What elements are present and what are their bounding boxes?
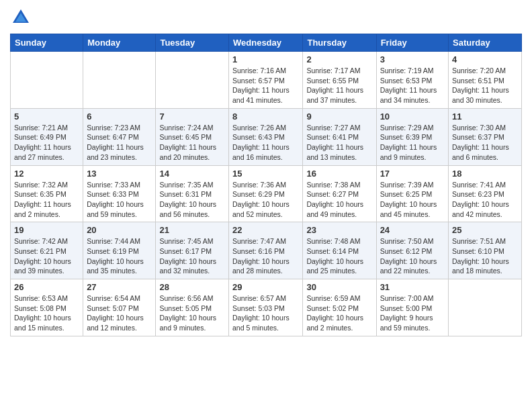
calendar-cell: 9Sunrise: 7:27 AM Sunset: 6:41 PM Daylig… [303,108,376,165]
day-info: Sunrise: 6:56 AM Sunset: 5:05 PM Dayligh… [159,293,225,333]
day-number: 8 [232,111,299,122]
calendar-cell: 11Sunrise: 7:30 AM Sunset: 6:37 PM Dayli… [449,108,522,165]
calendar-cell: 18Sunrise: 7:41 AM Sunset: 6:23 PM Dayli… [449,165,522,222]
day-header-wednesday: Wednesday [229,34,303,52]
calendar-week-row: 26Sunrise: 6:53 AM Sunset: 5:08 PM Dayli… [11,279,522,336]
day-info: Sunrise: 7:33 AM Sunset: 6:33 PM Dayligh… [87,180,152,220]
day-number: 14 [159,169,225,179]
day-number: 16 [306,169,372,179]
day-info: Sunrise: 7:29 AM Sunset: 6:39 PM Dayligh… [380,123,445,163]
calendar-cell: 10Sunrise: 7:29 AM Sunset: 6:39 PM Dayli… [376,108,448,165]
day-number: 18 [452,169,518,179]
day-info: Sunrise: 6:53 AM Sunset: 5:08 PM Dayligh… [14,293,79,333]
day-info: Sunrise: 7:21 AM Sunset: 6:49 PM Dayligh… [14,123,79,163]
day-number: 31 [380,282,445,292]
calendar-cell: 17Sunrise: 7:39 AM Sunset: 6:25 PM Dayli… [376,165,448,222]
calendar-cell [83,52,156,109]
day-number: 20 [87,225,152,235]
day-number: 4 [452,54,518,64]
calendar-cell: 19Sunrise: 7:42 AM Sunset: 6:21 PM Dayli… [11,222,83,279]
day-info: Sunrise: 7:36 AM Sunset: 6:29 PM Dayligh… [232,180,299,220]
calendar-cell: 28Sunrise: 6:56 AM Sunset: 5:05 PM Dayli… [156,279,229,336]
calendar-cell: 27Sunrise: 6:54 AM Sunset: 5:07 PM Dayli… [83,279,156,336]
day-number: 12 [14,169,79,179]
calendar-cell: 5Sunrise: 7:21 AM Sunset: 6:49 PM Daylig… [11,108,83,165]
day-info: Sunrise: 7:20 AM Sunset: 6:51 PM Dayligh… [452,66,518,105]
day-number: 30 [306,282,372,292]
day-info: Sunrise: 7:41 AM Sunset: 6:23 PM Dayligh… [452,180,518,220]
day-info: Sunrise: 6:54 AM Sunset: 5:07 PM Dayligh… [87,293,152,333]
day-number: 5 [14,111,79,122]
calendar-cell: 24Sunrise: 7:50 AM Sunset: 6:12 PM Dayli… [376,222,448,279]
day-number: 26 [14,282,79,292]
calendar-week-row: 19Sunrise: 7:42 AM Sunset: 6:21 PM Dayli… [11,222,522,279]
day-info: Sunrise: 7:47 AM Sunset: 6:16 PM Dayligh… [232,236,299,276]
calendar-cell: 15Sunrise: 7:36 AM Sunset: 6:29 PM Dayli… [229,165,303,222]
day-number: 3 [380,54,445,64]
day-number: 21 [159,225,225,235]
calendar-cell: 31Sunrise: 7:00 AM Sunset: 5:00 PM Dayli… [376,279,448,336]
calendar-cell: 20Sunrise: 7:44 AM Sunset: 6:19 PM Dayli… [83,222,156,279]
day-info: Sunrise: 7:32 AM Sunset: 6:35 PM Dayligh… [14,180,79,220]
day-number: 27 [87,282,152,292]
calendar-cell [449,279,522,336]
day-number: 2 [306,54,372,64]
day-info: Sunrise: 7:16 AM Sunset: 6:57 PM Dayligh… [232,66,299,105]
day-number: 11 [452,111,518,122]
calendar-header-row: SundayMondayTuesdayWednesdayThursdayFrid… [11,34,522,52]
day-info: Sunrise: 7:23 AM Sunset: 6:47 PM Dayligh… [87,123,152,163]
day-info: Sunrise: 7:00 AM Sunset: 5:00 PM Dayligh… [380,293,445,333]
logo-icon [10,7,32,28]
day-number: 6 [87,111,152,122]
day-info: Sunrise: 7:26 AM Sunset: 6:43 PM Dayligh… [232,123,299,163]
calendar-cell: 21Sunrise: 7:45 AM Sunset: 6:17 PM Dayli… [156,222,229,279]
day-info: Sunrise: 7:50 AM Sunset: 6:12 PM Dayligh… [380,236,445,276]
day-number: 1 [232,54,299,64]
calendar-cell: 6Sunrise: 7:23 AM Sunset: 6:47 PM Daylig… [83,108,156,165]
day-number: 7 [159,111,225,122]
day-info: Sunrise: 7:19 AM Sunset: 6:53 PM Dayligh… [380,66,445,105]
day-info: Sunrise: 6:59 AM Sunset: 5:02 PM Dayligh… [306,293,372,333]
calendar-cell [156,52,229,109]
day-number: 23 [306,225,372,235]
calendar-cell: 23Sunrise: 7:48 AM Sunset: 6:14 PM Dayli… [303,222,376,279]
calendar-cell: 7Sunrise: 7:24 AM Sunset: 6:45 PM Daylig… [156,108,229,165]
calendar-cell: 8Sunrise: 7:26 AM Sunset: 6:43 PM Daylig… [229,108,303,165]
day-info: Sunrise: 7:17 AM Sunset: 6:55 PM Dayligh… [306,66,372,105]
day-info: Sunrise: 7:45 AM Sunset: 6:17 PM Dayligh… [159,236,225,276]
calendar-cell: 25Sunrise: 7:51 AM Sunset: 6:10 PM Dayli… [449,222,522,279]
day-info: Sunrise: 7:51 AM Sunset: 6:10 PM Dayligh… [452,236,518,276]
day-info: Sunrise: 6:57 AM Sunset: 5:03 PM Dayligh… [232,293,299,333]
calendar-cell: 13Sunrise: 7:33 AM Sunset: 6:33 PM Dayli… [83,165,156,222]
day-number: 28 [159,282,225,292]
day-number: 13 [87,169,152,179]
day-number: 15 [232,169,299,179]
day-info: Sunrise: 7:30 AM Sunset: 6:37 PM Dayligh… [452,123,518,163]
calendar-cell: 26Sunrise: 6:53 AM Sunset: 5:08 PM Dayli… [11,279,83,336]
day-header-tuesday: Tuesday [156,34,229,52]
day-header-thursday: Thursday [303,34,376,52]
calendar-cell: 22Sunrise: 7:47 AM Sunset: 6:16 PM Dayli… [229,222,303,279]
calendar-cell: 16Sunrise: 7:38 AM Sunset: 6:27 PM Dayli… [303,165,376,222]
day-info: Sunrise: 7:39 AM Sunset: 6:25 PM Dayligh… [380,180,445,220]
calendar-cell: 14Sunrise: 7:35 AM Sunset: 6:31 PM Dayli… [156,165,229,222]
day-header-sunday: Sunday [11,34,83,52]
calendar-cell: 29Sunrise: 6:57 AM Sunset: 5:03 PM Dayli… [229,279,303,336]
calendar-week-row: 1Sunrise: 7:16 AM Sunset: 6:57 PM Daylig… [11,52,522,109]
day-number: 10 [380,111,445,122]
calendar-cell: 3Sunrise: 7:19 AM Sunset: 6:53 PM Daylig… [376,52,448,109]
day-number: 9 [306,111,372,122]
day-info: Sunrise: 7:42 AM Sunset: 6:21 PM Dayligh… [14,236,79,276]
day-info: Sunrise: 7:44 AM Sunset: 6:19 PM Dayligh… [87,236,152,276]
day-header-saturday: Saturday [449,34,522,52]
calendar-cell: 1Sunrise: 7:16 AM Sunset: 6:57 PM Daylig… [229,52,303,109]
calendar-cell [11,52,83,109]
day-info: Sunrise: 7:48 AM Sunset: 6:14 PM Dayligh… [306,236,372,276]
day-header-friday: Friday [376,34,448,52]
day-info: Sunrise: 7:24 AM Sunset: 6:45 PM Dayligh… [159,123,225,163]
calendar-cell: 30Sunrise: 6:59 AM Sunset: 5:02 PM Dayli… [303,279,376,336]
day-number: 22 [232,225,299,235]
calendar-cell: 2Sunrise: 7:17 AM Sunset: 6:55 PM Daylig… [303,52,376,109]
day-info: Sunrise: 7:35 AM Sunset: 6:31 PM Dayligh… [159,180,225,220]
day-number: 24 [380,225,445,235]
